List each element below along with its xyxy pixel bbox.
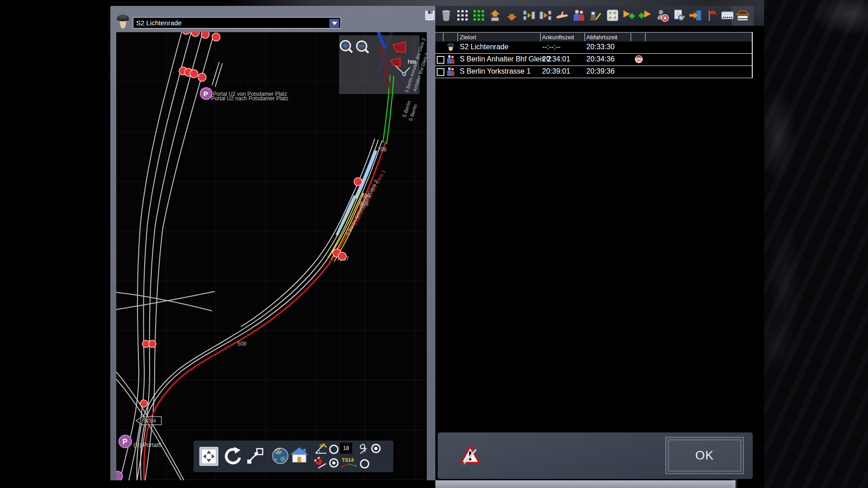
append-contact-icon[interactable]	[638, 9, 653, 23]
cell-zielort: S2 Lichtenrade	[460, 43, 509, 51]
radio-option-a1[interactable]	[329, 445, 339, 454]
move-down-icon[interactable]	[505, 9, 519, 23]
col-ankunftszeit[interactable]: Ankunftszeit	[542, 34, 574, 41]
pan-tool-button[interactable]	[199, 447, 218, 466]
svg-text:54 54: 54 54	[143, 418, 156, 423]
train-select-value: S2 Lichtenrade	[136, 19, 182, 27]
row-checkbox[interactable]	[437, 68, 444, 76]
track-number-655: 655	[362, 192, 371, 199]
center-view-icon[interactable]	[606, 9, 620, 23]
schedule-table-header: Zielort Ankunftszeit Abfahrtszeit	[435, 32, 752, 42]
app-screen: S2 Lichtenrade	[0, 0, 868, 488]
magnet-snap-icon[interactable]	[313, 456, 327, 469]
column-divider	[645, 33, 646, 41]
save-icon[interactable]	[423, 9, 438, 23]
overlay-label-partial: hte	[408, 58, 416, 65]
divider	[267, 442, 267, 470]
angle-snap-icon[interactable]: 30°	[314, 442, 328, 455]
row-checkbox[interactable]	[437, 56, 444, 64]
cell-abfahrt: 20:39:36	[586, 67, 614, 75]
ok-button-inner-border	[668, 440, 741, 471]
staff-icon[interactable]	[572, 9, 586, 23]
train-select-dropdown[interactable]: S2 Lichtenrade	[133, 17, 341, 28]
svg-text:P: P	[123, 438, 127, 446]
passengers-icon	[446, 66, 455, 77]
refuel-icon[interactable]	[589, 9, 603, 23]
col-abfahrtszeit[interactable]: Abfahrtszeit	[586, 34, 618, 41]
add-contact-icon[interactable]	[622, 9, 636, 23]
ok-button[interactable]: OK	[665, 437, 744, 474]
driver-cap-icon	[446, 42, 455, 52]
warning-edit-icon	[460, 444, 481, 465]
bottom-taskbar	[435, 480, 736, 488]
col-zielort[interactable]: Zielort	[460, 34, 476, 41]
svg-text:TS14: TS14	[342, 457, 354, 463]
cell-ankunft: --:--:--	[542, 43, 561, 51]
rotate-tool-button[interactable]	[222, 446, 242, 467]
column-divider	[458, 33, 458, 41]
table-row[interactable]: S2 Lichtenrade --:--:-- 20:33:30	[435, 41, 752, 54]
main-toolbar	[435, 6, 764, 26]
select-hand-icon[interactable]	[555, 9, 570, 23]
delete-icon[interactable]	[439, 9, 454, 23]
divider	[310, 442, 311, 470]
cell-ankunft: 20:34:01	[542, 55, 570, 63]
background-texture-right	[764, 0, 868, 488]
portal5-marker[interactable]: P	[119, 435, 132, 448]
map-tools-panel: 30° 18	[193, 441, 393, 472]
column-divider	[540, 33, 541, 41]
portal-u2-marker[interactable]: P	[200, 88, 212, 99]
chevron-down-icon	[332, 22, 337, 25]
cell-zielort: S Berlin Anhalter Bhf Gleis 2	[460, 55, 551, 63]
route-map-dialog: S2 Lichtenrade	[110, 6, 435, 480]
table-row[interactable]: S Berlin Yorkstrasse 1 20:39:01 20:39:36	[435, 66, 752, 78]
insert-before-icon[interactable]	[539, 9, 553, 23]
insert-after-icon[interactable]	[522, 9, 537, 23]
signal-marker-icon[interactable]: TS14	[341, 457, 359, 469]
cell-ankunft: 20:39:01	[542, 67, 570, 75]
track-number-508: 508	[237, 341, 246, 347]
home-tool-button[interactable]	[289, 446, 309, 466]
schedule-panel: Zielort Ankunftszeit Abfahrtszeit S2 Lic…	[435, 6, 764, 479]
radio-option-a2[interactable]	[371, 444, 381, 453]
column-divider	[585, 33, 585, 41]
pen-tool-icon[interactable]	[359, 443, 369, 455]
table-right-edge	[752, 32, 753, 78]
grid-active-icon[interactable]	[472, 9, 486, 23]
portal5-label: (S) Portal5	[133, 441, 161, 448]
radio-option-b1[interactable]	[329, 458, 339, 468]
track-number-708: 708	[377, 146, 387, 153]
dropdown-arrow-button[interactable]	[329, 19, 340, 28]
portal6-marker[interactable]	[116, 471, 123, 480]
document-settings-icon[interactable]	[672, 9, 687, 23]
column-divider	[443, 33, 443, 41]
table-row[interactable]: S Berlin Anhalter Bhf Gleis 2 20:34:01 2…	[435, 53, 752, 66]
cell-zielort: S Berlin Yorkstrasse 1	[460, 67, 531, 75]
move-up-icon[interactable]	[488, 9, 503, 23]
radio-option-b2[interactable]	[360, 459, 369, 469]
background-texture-top	[0, 0, 868, 6]
portal-u2-nach-label: Portal U2 nach Potsdamer Platz	[211, 95, 288, 102]
track-number-805: 805	[359, 201, 368, 207]
grid-icon[interactable]	[456, 9, 470, 23]
depot-icon[interactable]	[736, 9, 750, 23]
flag-icon[interactable]	[705, 9, 720, 23]
track-map-canvas: S Berlin Anhalter Bhf Gleis 3 S Berlin A…	[116, 32, 427, 480]
remove-driver-icon[interactable]	[656, 9, 670, 23]
globe-tool-button[interactable]	[270, 446, 290, 466]
track-map[interactable]: S Berlin Anhalter Bhf Gleis 3 S Berlin A…	[116, 32, 427, 480]
grid-size-field[interactable]: 18	[340, 443, 352, 454]
passengers-icon	[446, 54, 455, 65]
cell-abfahrt: 20:34:36	[586, 55, 614, 63]
driver-icon	[115, 13, 131, 32]
footer-bar: OK	[438, 432, 753, 479]
cell-abfahrt: 20:33:30	[586, 43, 614, 51]
control-panel-icon[interactable]	[721, 9, 735, 23]
enter-route-icon[interactable]	[689, 9, 703, 23]
staff-change-icon	[635, 55, 643, 63]
connect-tool-button[interactable]	[246, 447, 264, 465]
svg-text:P: P	[203, 90, 208, 98]
column-divider	[631, 33, 631, 41]
